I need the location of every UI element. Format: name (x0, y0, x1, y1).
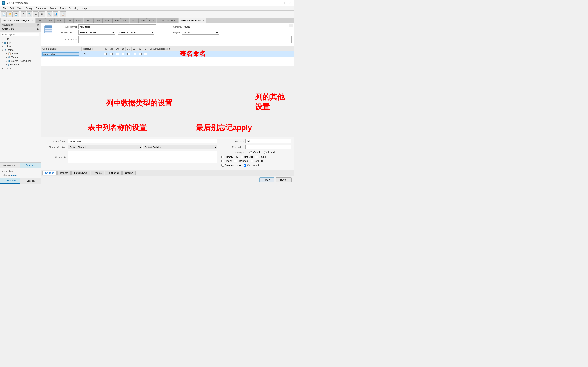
tab-indexes[interactable]: Indexes (57, 171, 71, 175)
primary-key-checkbox[interactable] (221, 156, 224, 158)
close-button[interactable]: ✕ (288, 1, 292, 5)
search-input[interactable] (1, 33, 39, 36)
toolbar-btn6[interactable]: 📊 (53, 11, 58, 17)
tab-laws-9[interactable]: laws (147, 18, 156, 23)
tab-info-2[interactable]: info (121, 18, 130, 23)
tab-laws-7[interactable]: laws (93, 18, 103, 23)
not-null-option[interactable]: Not Null (241, 156, 253, 158)
schema-law[interactable]: ▶ 🗄 law (0, 44, 41, 48)
tab-info-1[interactable]: info (112, 18, 121, 23)
menu-file[interactable]: File (1, 7, 8, 10)
storage-virtual-option[interactable]: Virtual (250, 151, 260, 154)
tab-new-table[interactable]: new_table - Table ✕ (179, 18, 206, 23)
checkbox-nn[interactable] (110, 53, 113, 55)
table-row[interactable]: INT (41, 51, 294, 57)
menu-server[interactable]: Server (48, 7, 58, 10)
storage-stored-radio[interactable] (264, 151, 267, 154)
tab-laws-6[interactable]: laws (84, 18, 93, 23)
tab-laws-1[interactable]: laws (35, 18, 45, 23)
tab-laws-3[interactable]: laws (55, 18, 64, 23)
toolbar-btn7[interactable]: 📋 (60, 11, 66, 17)
charset-select[interactable]: Default Charset (78, 30, 115, 35)
schemas-refresh-icon[interactable]: ↻ (37, 28, 39, 31)
checkbox-un[interactable] (127, 53, 130, 55)
menu-database[interactable]: Database (34, 7, 48, 10)
zero-fill-checkbox[interactable] (251, 160, 253, 162)
detail-collation-select[interactable]: Default Collation (143, 145, 217, 150)
cell-col-name[interactable] (41, 52, 82, 56)
primary-key-option[interactable]: Primary Key (221, 156, 238, 158)
generated-checkbox[interactable] (244, 164, 246, 167)
navigator-settings-icon[interactable]: ⚙ (37, 24, 39, 26)
checkbox-ai[interactable] (139, 53, 142, 55)
generated-option[interactable]: Generated (244, 164, 259, 167)
toolbar-save[interactable]: 💾 (13, 11, 19, 17)
unsigned-checkbox[interactable] (234, 160, 237, 162)
tab-triggers[interactable]: Triggers (91, 171, 104, 175)
revert-button[interactable]: Revert (276, 177, 292, 182)
cell-b[interactable] (121, 52, 126, 56)
toolbar-btn1[interactable]: ⚙ (21, 11, 26, 17)
tab-name-schema[interactable]: name - Schema (156, 18, 178, 23)
menu-tools[interactable]: Tools (58, 7, 67, 10)
window-controls[interactable]: ─ □ ✕ (278, 1, 292, 5)
toolbar-btn5[interactable]: 🔍 (47, 11, 52, 17)
engine-select[interactable]: InnoDB (182, 30, 219, 35)
storage-stored-option[interactable]: Stored (264, 151, 275, 154)
tab-foreign-keys[interactable]: Foreign Keys (71, 171, 90, 175)
tab-laws-5[interactable]: laws (74, 18, 83, 23)
zero-fill-option[interactable]: Zero Fill (251, 160, 263, 162)
maximize-button[interactable]: □ (283, 1, 287, 5)
unique-checkbox[interactable] (255, 156, 258, 158)
checkbox-pk[interactable] (104, 53, 107, 55)
auto-increment-checkbox[interactable] (221, 164, 224, 167)
toolbar-btn2[interactable]: 🔧 (27, 11, 33, 17)
admin-tab-btn[interactable]: Administration (0, 163, 20, 168)
scroll-up-btn[interactable]: ▲ (289, 24, 293, 27)
schema-name-tables[interactable]: ▶ 📋 Tables (0, 52, 41, 55)
toolbar-btn3[interactable]: ▶ (33, 11, 39, 17)
toolbar-new[interactable]: 📄 (1, 11, 7, 17)
schema-name-views[interactable]: ▶ 👁 Views (0, 55, 41, 59)
session-tab-btn[interactable]: Session (20, 178, 41, 184)
tab-laws-8[interactable]: laws (103, 18, 112, 23)
tab-instance[interactable]: Local instance MySQL80 ✕ (1, 18, 35, 23)
tab-laws-4[interactable]: laws (64, 18, 74, 23)
schema-jdjd[interactable]: ▶ 🗄 jdjd (0, 41, 41, 44)
cell-uq[interactable] (114, 52, 121, 56)
table-row[interactable] (41, 57, 294, 61)
auto-increment-option[interactable]: Auto Increment (221, 164, 241, 167)
col-name-input[interactable] (43, 52, 79, 56)
unique-option[interactable]: Unique (255, 156, 267, 158)
comments-textarea[interactable] (78, 36, 292, 43)
checkbox-zf[interactable] (134, 53, 136, 55)
schema-name-functions[interactable]: ▶ ƒ Functions (0, 63, 41, 67)
tab-info-4[interactable]: info (138, 18, 147, 23)
minimize-button[interactable]: ─ (278, 1, 283, 5)
collation-select[interactable]: Default Collation (118, 30, 154, 35)
checkbox-uq[interactable] (116, 53, 119, 55)
tab-new-table-close[interactable]: ✕ (202, 19, 204, 22)
tab-laws-2[interactable]: laws (45, 18, 54, 23)
table-name-input[interactable] (78, 25, 156, 29)
expression-input[interactable] (245, 145, 291, 150)
cell-g[interactable] (143, 52, 148, 56)
detail-charset-select[interactable]: Default Charset (68, 145, 142, 150)
cell-zf[interactable] (132, 52, 138, 56)
toolbar-open[interactable]: 📂 (7, 11, 13, 17)
binary-checkbox[interactable] (221, 160, 224, 162)
cell-pk[interactable] (102, 52, 108, 56)
menu-edit[interactable]: Edit (8, 7, 16, 10)
apply-button[interactable]: Apply (259, 177, 274, 182)
toolbar-btn4[interactable]: ⏹ (39, 11, 45, 17)
menu-help[interactable]: Help (80, 7, 88, 10)
schema-sys[interactable]: ▶ 🗄 sys (0, 67, 41, 70)
table-row[interactable] (41, 61, 294, 66)
unsigned-option[interactable]: Unsigned (234, 160, 248, 162)
menu-query[interactable]: Query (24, 7, 34, 10)
cell-nn[interactable] (108, 52, 114, 56)
menu-view[interactable]: View (16, 7, 24, 10)
checkbox-g[interactable] (144, 53, 147, 55)
cell-un[interactable] (126, 52, 132, 56)
checkbox-b[interactable] (122, 53, 124, 55)
